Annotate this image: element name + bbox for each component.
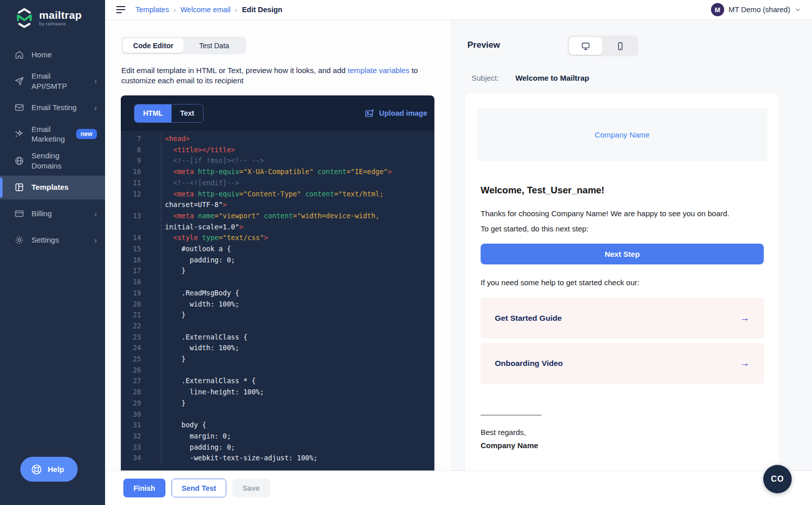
upload-image-button[interactable]: Upload image (364, 108, 427, 119)
account-menu[interactable]: M MT Demo (shared) (711, 3, 801, 16)
sidebar-item-label: Email API/SMTP (31, 71, 80, 91)
code-text: <title></title> (161, 145, 235, 156)
code-line: initial-scale=1.0"> (121, 222, 434, 233)
code-line: 14 <style type="text/css"> (121, 232, 434, 244)
code-mode-html[interactable]: HTML (134, 105, 172, 122)
email-paragraph: To get started, do this next step: (481, 224, 764, 233)
email-help-text: If you need some help to get started che… (481, 278, 764, 287)
desktop-view-button[interactable] (569, 37, 602, 55)
help-button[interactable]: Help (20, 457, 78, 482)
email-preview: Company Name Welcome, Test_User_name! Th… (465, 94, 780, 470)
chevron-right-icon: › (94, 210, 97, 218)
code-text: .ExternalClass { (161, 332, 248, 343)
action-bar: FinishSend TestSave (105, 470, 812, 505)
sidebar-item-settings[interactable]: Settings› (0, 228, 105, 252)
sidebar-item-label: Settings (31, 235, 59, 245)
sidebar-item-billing[interactable]: Billing› (0, 202, 105, 226)
code-text: } (161, 310, 186, 321)
email-banner: Company Name (477, 108, 767, 161)
code-line: 7<head> (121, 133, 434, 145)
sidebar-item-sending-domains[interactable]: Sending Domains (0, 149, 105, 173)
arrow-right-icon: → (740, 313, 750, 324)
code-line: 18 (121, 277, 434, 288)
sidebar-item-email-testing[interactable]: Email Testing› (0, 96, 105, 120)
line-number: 25 (121, 354, 161, 365)
line-number: 20 (121, 299, 161, 310)
code-line: 23 .ExternalClass { (121, 332, 434, 343)
code-text: charset=UTF-8"> (161, 199, 227, 211)
line-number: 22 (121, 321, 161, 332)
template-variables-link[interactable]: template variables (348, 66, 410, 75)
code-line: 13 <meta name="viewport" content="width=… (121, 211, 434, 222)
code-text: line-height: 100%; (161, 387, 264, 398)
line-number: 33 (121, 442, 161, 453)
chevron-right-icon: › (94, 236, 97, 245)
code-text: -webkit-text-size-adjust: 100%; (161, 453, 318, 464)
lifebuoy-icon (30, 463, 43, 476)
email-link-card-get-started-guide[interactable]: Get Started Guide→ (481, 298, 764, 339)
code-text (161, 277, 165, 288)
line-number: 31 (121, 420, 161, 431)
next-step-button[interactable]: Next Step (481, 244, 764, 264)
finish-button[interactable]: Finish (123, 479, 165, 497)
sidebar-nav: HomeEmail API/SMTP›Email Testing›Email M… (0, 43, 105, 255)
breadcrumb-templates[interactable]: Templates (136, 6, 169, 14)
monitor-icon (581, 41, 591, 51)
line-number: 7 (121, 133, 161, 145)
signature-divider (481, 415, 542, 416)
code-line: 8 <title></title> (121, 145, 434, 156)
company-name-link[interactable]: Company Name (595, 130, 650, 139)
tab-code-editor[interactable]: Code Editor (123, 38, 184, 53)
account-name: MT Demo (shared) (729, 6, 790, 14)
code-mode-text[interactable]: Text (172, 105, 203, 122)
email-signoff: Best regards, (481, 428, 764, 436)
line-number (121, 199, 161, 211)
sidebar-item-templates[interactable]: Templates (0, 176, 105, 199)
sidebar: mailtrap by railsware HomeEmail API/SMTP… (0, 0, 105, 505)
line-number: 30 (121, 409, 161, 420)
code-line: 31 body { (121, 420, 434, 431)
code-content[interactable]: 7<head>8 <title></title>9 <!--[if !mso]>… (121, 131, 434, 470)
breadcrumb-edit-design: Edit Design (242, 6, 283, 14)
sidebar-item-email-marketing[interactable]: Email Marketingnew (0, 122, 105, 147)
mailtrap-logo-icon (14, 7, 35, 29)
sparkles-icon (14, 129, 24, 139)
editor-tabs: Code EditorTest Data (121, 37, 246, 54)
code-text: padding: 0; (161, 442, 235, 453)
mobile-view-button[interactable] (603, 37, 637, 55)
help-label: Help (48, 465, 64, 474)
save-button[interactable]: Save (232, 479, 270, 497)
email-link-card-onboarding-video[interactable]: Onboarding Video→ (481, 343, 764, 384)
line-number: 12 (121, 189, 161, 200)
code-text: #outlook a { (161, 244, 231, 255)
breadcrumb-separator: › (174, 6, 176, 14)
code-line: 11 <!--<![endif]--> (121, 178, 434, 189)
chevron-down-icon (795, 7, 801, 13)
image-plus-icon (364, 108, 375, 119)
sidebar-item-home[interactable]: Home (0, 43, 105, 66)
code-text: padding: 0; (161, 255, 235, 266)
editor-panel: Code EditorTest Data Edit email template… (105, 20, 452, 470)
code-line: 26 (121, 365, 434, 376)
sidebar-item-email-api-smtp[interactable]: Email API/SMTP› (0, 69, 105, 93)
code-text: <head> (161, 133, 190, 145)
globe-icon (14, 156, 24, 166)
code-text: <meta name="viewport" content="width=dev… (161, 211, 380, 222)
avatar: M (711, 3, 724, 16)
chat-widget-button[interactable]: CO (763, 465, 792, 493)
line-number: 19 (121, 288, 161, 299)
preview-title: Preview (467, 40, 500, 50)
code-line: 29 } (121, 398, 434, 409)
mailtrap-logo[interactable]: mailtrap by railsware (14, 7, 82, 29)
send-test-button[interactable]: Send Test (172, 479, 226, 497)
breadcrumb-separator: › (235, 6, 237, 14)
code-line: 28 line-height: 100%; (121, 387, 434, 398)
layout-icon (14, 182, 24, 192)
menu-icon[interactable] (116, 6, 125, 13)
email-paragraph: Thanks for choosing Company Name! We are… (481, 209, 764, 218)
breadcrumb-welcome-email[interactable]: Welcome email (180, 6, 230, 14)
code-editor-toolbar: HTMLText Upload image (121, 95, 434, 131)
line-number: 11 (121, 178, 161, 189)
tab-test-data[interactable]: Test Data (184, 38, 245, 53)
breadcrumb: Templates›Welcome email›Edit Design (136, 6, 282, 14)
